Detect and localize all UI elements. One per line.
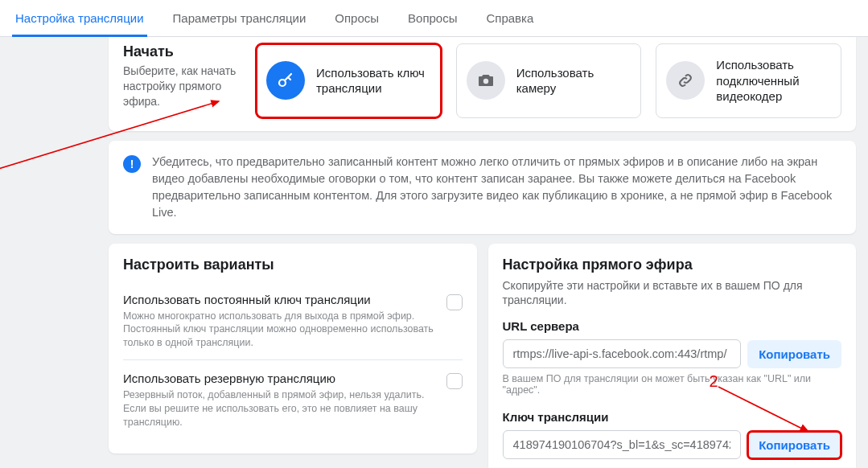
info-text: Убедитесь, что предварительно записанный… <box>152 154 841 221</box>
option-encoder-label: Использовать подключенный видеокодер <box>716 57 831 105</box>
camera-icon <box>467 61 505 100</box>
start-title: Начать <box>123 43 240 60</box>
stream-key-input[interactable] <box>503 430 742 459</box>
stream-key-label: Ключ трансляции <box>503 410 842 424</box>
option-camera-label: Использовать камеру <box>516 65 631 96</box>
server-url-label: URL сервера <box>503 319 842 333</box>
start-card: Начать Выберите, как начать настройку пр… <box>109 37 856 131</box>
info-icon: ! <box>123 155 141 173</box>
copy-stream-key-button[interactable]: Копировать <box>747 431 841 459</box>
svg-point-1 <box>483 79 487 84</box>
info-card: ! Убедитесь, что предварительно записанн… <box>109 141 856 234</box>
persistent-key-desc: Можно многократно использовать для выход… <box>123 310 438 351</box>
backup-stream-row: Использовать резервную трансляцию Резерв… <box>123 359 463 439</box>
persistent-key-row: Использовать постоянный ключ трансляции … <box>123 286 463 360</box>
persistent-key-checkbox[interactable] <box>446 294 463 310</box>
tabs-bar: Настройка трансляции Параметры трансляци… <box>0 0 868 37</box>
option-stream-key[interactable]: Использовать ключ трансляции <box>256 43 442 118</box>
live-setup-title: Настройка прямого эфира <box>503 257 842 273</box>
link-icon <box>666 61 705 100</box>
option-encoder[interactable]: Использовать подключенный видеокодер <box>656 43 841 118</box>
start-subtitle: Выберите, как начать настройку прямого э… <box>123 64 240 109</box>
option-stream-key-label: Использовать ключ трансляции <box>316 65 431 96</box>
tab-polls[interactable]: Опросы <box>331 0 382 36</box>
callout-2: 2 <box>710 372 718 391</box>
tab-stream-params[interactable]: Параметры трансляции <box>170 0 310 36</box>
server-url-hint: В вашем ПО для трансляции он может быть … <box>503 373 842 396</box>
live-setup-subtitle: Скопируйте эти настройки и вставьте их в… <box>503 278 842 309</box>
key-icon <box>266 61 305 100</box>
configure-title: Настроить варианты <box>123 257 463 273</box>
persistent-key-title: Использовать постоянный ключ трансляции <box>123 293 438 306</box>
tab-questions[interactable]: Вопросы <box>405 0 460 36</box>
backup-stream-desc: Резервный поток, добавленный в прямой эф… <box>123 388 438 429</box>
copy-server-url-button[interactable]: Копировать <box>747 340 841 368</box>
backup-stream-checkbox[interactable] <box>446 373 463 389</box>
tab-help[interactable]: Справка <box>483 0 537 36</box>
backup-stream-title: Использовать резервную трансляцию <box>123 372 438 385</box>
live-setup-card: Настройка прямого эфира Скопируйте эти н… <box>488 244 857 468</box>
option-camera[interactable]: Использовать камеру <box>456 43 642 118</box>
configure-card: Настроить варианты Использовать постоянн… <box>109 244 477 454</box>
server-url-input[interactable] <box>503 339 742 368</box>
tab-stream-setup[interactable]: Настройка трансляции <box>12 0 147 36</box>
